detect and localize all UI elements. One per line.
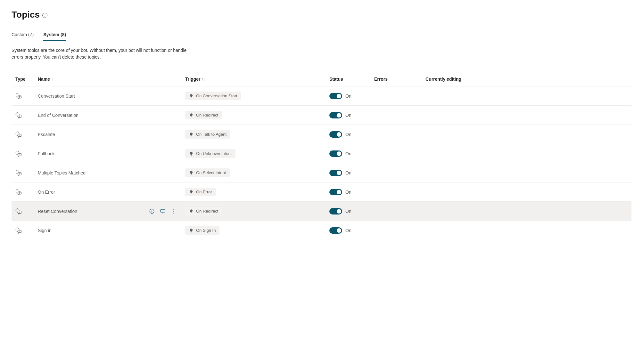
status-label: On [345,228,351,233]
status-toggle[interactable] [329,131,342,138]
table-row[interactable]: Reset Conversation On Redirect On [12,202,631,221]
status-cell: On [329,131,374,138]
name-cell: Reset Conversation [38,208,185,214]
lightbulb-icon [189,132,194,137]
trigger-label: On Redirect [196,113,218,117]
status-cell: On [329,208,374,214]
trigger-cell: On Conversation Start [185,92,329,100]
status-toggle[interactable] [329,189,342,195]
status-toggle[interactable] [329,208,342,214]
page-header: Topics i [12,10,631,20]
trigger-chip[interactable]: On Conversation Start [185,92,241,100]
topic-name[interactable]: Sign in [38,228,52,233]
status-cell: On [329,93,374,99]
details-icon[interactable] [149,208,155,214]
trigger-chip[interactable]: On Talk to Agent [185,130,230,139]
table-header: Type Name ↓ Trigger ↑↓ Status Errors Cur… [12,73,631,86]
table-row[interactable]: Conversation Start On Conversation Start… [12,86,631,106]
table-row[interactable]: Escalate On Talk to Agent On [12,125,631,144]
status-label: On [345,132,351,137]
trigger-chip[interactable]: On Unknown Intent [185,149,235,158]
trigger-label: On Sign In [196,228,216,233]
topic-name[interactable]: Fallback [38,151,54,156]
system-topic-icon [15,93,22,99]
lightbulb-icon [189,228,194,233]
status-cell: On [329,112,374,118]
more-options-icon[interactable] [171,208,176,214]
sort-down-icon: ↓ [51,77,53,81]
topic-name[interactable]: End of Conversation [38,113,78,118]
page-title: Topics [12,10,40,20]
trigger-chip[interactable]: On Redirect [185,207,222,215]
tab-system-label: System [43,32,59,37]
topic-name[interactable]: Conversation Start [38,93,75,99]
comment-icon[interactable] [160,208,166,214]
sort-both-icon: ↑↓ [202,77,205,81]
column-errors[interactable]: Errors [374,77,425,82]
status-cell: On [329,170,374,176]
system-topic-icon [15,170,22,176]
topic-name[interactable]: On Error [38,190,55,195]
status-label: On [345,151,351,156]
status-toggle[interactable] [329,227,342,234]
trigger-cell: On Talk to Agent [185,130,329,139]
topic-name[interactable]: Reset Conversation [38,209,77,214]
status-label: On [345,170,351,175]
topics-table: Type Name ↓ Trigger ↑↓ Status Errors Cur… [12,73,631,240]
lightbulb-icon [189,190,194,194]
trigger-cell: On Redirect [185,207,329,215]
table-row[interactable]: Fallback On Unknown Intent On [12,144,631,163]
column-trigger[interactable]: Trigger ↑↓ [185,77,329,82]
trigger-cell: On Redirect [185,111,329,119]
name-cell: Multiple Topics Matched [38,170,185,175]
trigger-label: On Unknown Intent [196,151,232,156]
column-type[interactable]: Type [15,77,38,82]
table-row[interactable]: End of Conversation On Redirect On [12,106,631,125]
lightbulb-icon [189,151,194,156]
column-name[interactable]: Name ↓ [38,77,185,82]
tabs: Custom (7) System (8) [12,29,631,41]
name-cell: Fallback [38,151,185,156]
lightbulb-icon [189,94,194,98]
system-topic-icon [15,131,22,138]
system-topic-icon [15,227,22,234]
status-toggle[interactable] [329,93,342,99]
system-topic-icon [15,112,22,118]
status-toggle[interactable] [329,170,342,176]
trigger-label: On Talk to Agent [196,132,227,137]
column-editing[interactable]: Currently editing [425,77,464,82]
system-topic-icon [15,189,22,195]
trigger-chip[interactable]: On Select Intent [185,168,230,177]
status-label: On [345,209,351,214]
info-icon[interactable]: i [42,13,47,18]
name-cell: On Error [38,190,185,195]
status-cell: On [329,150,374,157]
column-status[interactable]: Status [329,77,374,82]
table-row[interactable]: On Error On Error On [12,182,631,202]
trigger-cell: On Select Intent [185,168,329,177]
status-cell: On [329,189,374,195]
tab-description: System topics are the core of your bot. … [12,47,191,61]
tab-system[interactable]: System (8) [43,29,66,41]
topic-name[interactable]: Multiple Topics Matched [38,170,86,175]
trigger-cell: On Sign In [185,226,329,235]
trigger-cell: On Error [185,188,329,196]
trigger-chip[interactable]: On Sign In [185,226,219,235]
trigger-label: On Select Intent [196,170,226,175]
trigger-chip[interactable]: On Error [185,188,216,196]
status-toggle[interactable] [329,112,342,118]
trigger-label: On Conversation Start [196,93,237,98]
trigger-chip[interactable]: On Redirect [185,111,222,119]
status-toggle[interactable] [329,150,342,157]
status-cell: On [329,227,374,234]
tab-custom[interactable]: Custom (7) [12,29,34,41]
table-row[interactable]: Multiple Topics Matched On Select Intent… [12,163,631,182]
name-cell: End of Conversation [38,113,185,118]
name-cell: Sign in [38,228,185,233]
trigger-cell: On Unknown Intent [185,149,329,158]
topic-name[interactable]: Escalate [38,132,55,137]
trigger-label: On Redirect [196,209,218,214]
table-row[interactable]: Sign in On Sign In On [12,221,631,240]
system-topic-icon [15,150,22,157]
status-label: On [345,93,351,99]
